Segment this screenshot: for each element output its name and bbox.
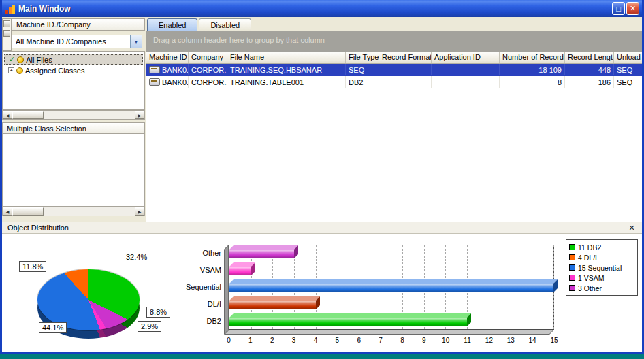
legend-item: 4 DL/I: [569, 252, 634, 262]
x-tick-label: 2: [270, 337, 274, 344]
tree-item-assigned-classes[interactable]: + Assigned Classes: [4, 65, 143, 75]
dock-strip: [2, 18, 12, 51]
bar-x-axis: 0123456789101112131415: [229, 337, 554, 346]
dropdown-arrow-icon[interactable]: ▼: [130, 35, 142, 48]
column-header-company[interactable]: Company: [189, 52, 227, 63]
cell-unload-i: SEQ: [614, 76, 642, 88]
machine-company-panel: Machine ID./Company All Machine ID./Comp…: [2, 18, 145, 222]
bar-dl-i: [229, 301, 316, 309]
x-tick-label: 15: [550, 337, 558, 344]
expand-icon[interactable]: +: [8, 67, 14, 73]
cell-file-type: DB2: [346, 76, 379, 88]
legend-label: 3 Other: [578, 284, 602, 292]
bar-row: [229, 262, 553, 279]
dock-icon[interactable]: [3, 30, 10, 37]
tree-item-all-files[interactable]: ✓ All Files: [4, 54, 143, 65]
column-header-record-format[interactable]: Record Format: [379, 52, 432, 63]
machine-company-combobox[interactable]: All Machine ID./Companies ▼: [12, 35, 142, 48]
machine-company-column-header[interactable]: Machine ID./Company: [12, 18, 145, 31]
bar-chart-floor: [224, 330, 554, 335]
bar-category-label: Sequential: [165, 279, 221, 296]
column-header-number-of-records[interactable]: Number of Records: [500, 52, 565, 63]
scrollbar-track[interactable]: [12, 207, 135, 216]
cell-record-length: 186: [565, 76, 614, 88]
legend-item: 3 Other: [569, 283, 634, 293]
x-tick-label: 1: [248, 337, 253, 344]
scroll-left-button[interactable]: ◀: [3, 111, 12, 119]
bar-category-label: VSAM: [165, 262, 221, 279]
tree-horizontal-scrollbar[interactable]: ◀ ▶: [2, 110, 145, 120]
scrollbar-track[interactable]: [12, 111, 135, 119]
scroll-left-button[interactable]: ◀: [3, 207, 12, 216]
table-row[interactable]: BANK0...CORPOR...TRAINING.SEQ.HBSANARSEQ…: [146, 64, 642, 76]
column-header-file-type[interactable]: File Type: [346, 52, 379, 63]
maximize-button[interactable]: □: [612, 2, 625, 15]
legend-label: 15 Sequential: [578, 264, 622, 272]
x-tick-label: 12: [485, 337, 493, 344]
bar-row: [229, 296, 553, 313]
grid-header: Machine IDCompanyFile NameFile TypeRecor…: [146, 52, 642, 64]
class-horizontal-scrollbar[interactable]: ◀ ▶: [2, 207, 145, 216]
pie-percent-label: 2.9%: [138, 321, 161, 332]
scrollbar-thumb[interactable]: [12, 207, 44, 216]
object-distribution-header: Object Distribution ✕: [2, 222, 642, 234]
x-tick-label: 4: [314, 337, 318, 344]
scrollbar-thumb[interactable]: [12, 111, 44, 119]
bar-category-label: DL/I: [165, 296, 221, 313]
column-header-unload-i[interactable]: Unload I...: [614, 52, 642, 63]
main-window: Main Window □ ✕ Machine ID./Company All …: [0, 0, 644, 354]
tree-item-label: All Files: [26, 56, 52, 64]
multiple-class-selection-panel: [2, 134, 145, 207]
table-row[interactable]: BANK0...CORPOR...TRAINING.TABLE001DB2818…: [146, 76, 642, 88]
legend-item: 1 VSAM: [569, 273, 634, 283]
object-distribution-panel: Object Distribution ✕ 32.4%8.8%2.9%44.1%…: [2, 222, 642, 352]
dataset-icon: [149, 78, 160, 86]
x-tick-label: 8: [400, 337, 404, 344]
grid-body: BANK0...CORPOR...TRAINING.SEQ.HBSANARSEQ…: [146, 64, 642, 88]
cell-company: CORPOR...: [189, 64, 227, 75]
bar-chart: OtherVSAMSequentialDL/IDB2 0123456789101…: [165, 234, 574, 352]
column-header-application-id[interactable]: Application ID: [432, 52, 500, 63]
titlebar[interactable]: Main Window □ ✕: [2, 0, 642, 17]
file-tree: ✓ All Files + Assigned Classes: [2, 51, 145, 110]
bar-category-label: Other: [165, 245, 221, 262]
cell-application-id: [432, 64, 500, 75]
x-tick-label: 13: [507, 337, 515, 344]
dock-icon[interactable]: [3, 20, 10, 27]
bar-sequential: [229, 284, 553, 292]
cell-company: CORPOR...: [189, 76, 227, 88]
legend-swatch: [569, 285, 575, 291]
legend-label: 4 DL/I: [578, 254, 597, 262]
chart-legend: 11 DB24 DL/I15 Sequential1 VSAM3 Other: [566, 239, 638, 296]
legend-swatch: [569, 244, 575, 250]
group-by-bar[interactable]: Drag a column header here to group by th…: [146, 31, 642, 52]
legend-item: 11 DB2: [569, 242, 634, 252]
pie-top: [37, 269, 140, 330]
class-bell-icon: [16, 67, 23, 74]
dataset-icon: [149, 66, 160, 73]
tree-item-label: Assigned Classes: [25, 67, 84, 75]
bar-other: [229, 250, 294, 258]
window-title: Main Window: [18, 4, 71, 14]
cell-machine-id: BANK0...: [146, 76, 189, 88]
bar-db2: [229, 318, 467, 326]
scroll-right-button[interactable]: ▶: [135, 207, 144, 216]
legend-label: 11 DB2: [578, 243, 601, 252]
pie-percent-label: 11.8%: [19, 261, 46, 272]
tab-enabled[interactable]: Enabled: [147, 18, 197, 31]
charts-area: 32.4%8.8%2.9%44.1%11.8% OtherVSAMSequent…: [2, 234, 642, 352]
column-header-machine-id[interactable]: Machine ID: [146, 52, 189, 63]
x-tick-label: 9: [422, 337, 426, 344]
tab-disabled[interactable]: Disabled: [199, 18, 251, 31]
panel-close-button[interactable]: ✕: [627, 224, 637, 233]
cell-number-of-records: 8: [500, 76, 565, 88]
bar-categories: OtherVSAMSequentialDL/IDB2: [165, 245, 225, 330]
close-button[interactable]: ✕: [626, 2, 639, 15]
column-header-record-length[interactable]: Record Length: [565, 52, 614, 63]
column-header-file-name[interactable]: File Name: [227, 52, 346, 63]
scroll-right-button[interactable]: ▶: [135, 111, 144, 119]
bar-category-label: DB2: [165, 313, 221, 330]
cell-file-name: TRAINING.SEQ.HBSANAR: [227, 64, 346, 75]
x-tick-label: 14: [529, 337, 536, 344]
combobox-value: All Machine ID./Companies: [12, 37, 130, 46]
